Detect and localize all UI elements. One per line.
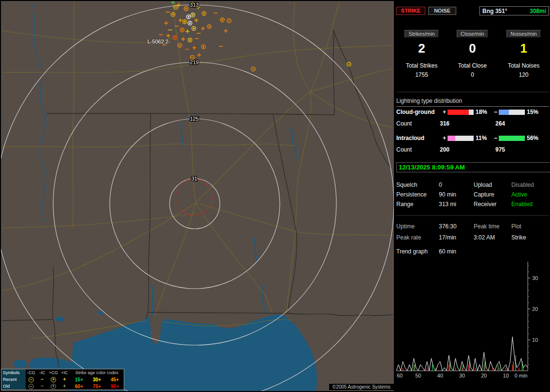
x-tick-label: 20 xyxy=(481,373,487,378)
intracloud-count-row: Count 200 975 xyxy=(396,146,549,154)
intracloud-label: Intracloud xyxy=(396,135,424,141)
total-strikes-label: Total Strikes xyxy=(396,62,447,69)
y-tick-label: 30 xyxy=(532,275,538,281)
legend-recent-row: Recent − − + + 15+ 30+ 45+ xyxy=(1,376,124,383)
age-75: 75+ xyxy=(88,384,106,389)
upload-label: Upload xyxy=(474,182,492,188)
close-per-min-value: 0 xyxy=(447,42,498,55)
legend-old-label: Old xyxy=(1,383,26,390)
age-90: 90+ xyxy=(106,384,124,389)
x-tick-label: 40 xyxy=(437,373,443,378)
squelch-label: Squelch xyxy=(396,182,417,188)
age-30: 30+ xyxy=(88,377,106,382)
total-noises-value: 120 xyxy=(498,71,549,78)
y-tick-label: 20 xyxy=(532,306,538,312)
noise-button[interactable]: NOISE xyxy=(428,7,456,15)
total-close-label: Total Close xyxy=(447,62,498,69)
station-label: L-5062 2- xyxy=(147,39,170,44)
capture-value: Active xyxy=(511,191,527,198)
cg-minus-bar xyxy=(499,110,525,115)
uptime-value: 376:30 xyxy=(439,223,457,230)
status-row-1: Uptime 376:30 Peak time Plot xyxy=(396,223,549,232)
plus-icon: + xyxy=(63,383,66,389)
cg-plus-percent: 18% xyxy=(476,109,487,115)
x-tick-label: 0 min xyxy=(515,373,528,378)
divider xyxy=(396,92,549,92)
peak-rate-value: 17/min xyxy=(439,234,456,241)
bearing-value: Bng 351° xyxy=(482,8,507,14)
plot-label: Plot xyxy=(511,223,521,230)
ic-plus-percent: 11% xyxy=(476,135,487,141)
cg-plus-bar xyxy=(448,110,474,115)
cg-plus-count: 316 xyxy=(440,120,449,127)
total-close-value: 0 xyxy=(447,71,498,78)
copyright: ©2005 Astrogenic Systems xyxy=(329,384,394,390)
minus-sign: − xyxy=(494,135,497,141)
datetime-display: 12/13/2025 8:09:59 AM xyxy=(396,162,550,172)
x-tick-label: 60 xyxy=(397,373,403,378)
ic-minus-bar xyxy=(499,136,525,141)
capture-label: Capture xyxy=(474,191,494,198)
strikes-per-min-value: 2 xyxy=(396,42,447,55)
status-row-2: Peak rate 17/min 3:02 AM Strike xyxy=(396,234,549,243)
intracloud-row: Intracloud + 11% − 56% xyxy=(396,135,549,142)
settings-row-2: Persistence 90 min Capture Active xyxy=(396,191,549,200)
ic-minus-count: 975 xyxy=(495,146,505,153)
radar-map[interactable]: 31321912531 L-5062 2- Symbols -CG -IC +C… xyxy=(1,1,394,391)
cloud-ground-row: Cloud-ground + 18% − 15% xyxy=(396,109,549,116)
plus-icon: + xyxy=(63,377,66,382)
persistence-label: Persistence xyxy=(396,191,427,198)
noises-per-min-value: 1 xyxy=(498,42,549,55)
legend-col-ncg: -CG xyxy=(26,370,37,375)
circle-plus-icon: + xyxy=(51,384,56,389)
circle-plus-icon: + xyxy=(51,377,56,382)
legend-header-row: Symbols -CG -IC +CG +IC Strike age color… xyxy=(1,369,124,376)
cloud-ground-count-row: Count 316 264 xyxy=(396,120,549,128)
legend-col-nic: -IC xyxy=(37,370,48,375)
ic-plus-count: 200 xyxy=(440,146,449,153)
strikes-per-min-chip[interactable]: Strikes/min xyxy=(396,30,447,38)
range-ring-label: 31 xyxy=(191,176,197,182)
minus-sign: − xyxy=(494,109,497,115)
peak-rate-label: Peak rate xyxy=(396,234,421,241)
legend-col-pic: +IC xyxy=(59,370,70,375)
distribution-title: Lightning type distribution xyxy=(396,98,549,107)
legend-symbols-header: Symbols xyxy=(1,369,26,376)
circle-minus-icon: − xyxy=(29,384,34,389)
range-label: Range xyxy=(396,201,413,208)
cg-minus-percent: 15% xyxy=(527,109,538,115)
trend-window-value: 60 min xyxy=(439,248,456,255)
map-legend: Symbols -CG -IC +CG +IC Strike age color… xyxy=(1,369,124,390)
range-ring-label: 125 xyxy=(190,116,199,122)
age-15: 15+ xyxy=(70,377,88,382)
range-ring-label: 313 xyxy=(190,2,199,8)
strike-button[interactable]: STRIKE xyxy=(396,7,425,15)
divider xyxy=(396,215,549,216)
total-noises-label: Total Noises xyxy=(498,62,549,69)
range-ring-label: 219 xyxy=(190,59,199,65)
close-per-min-chip[interactable]: Close/min xyxy=(447,30,498,38)
total-strikes-value: 1755 xyxy=(396,71,447,78)
trend-graph: 1020306050403020100 min xyxy=(396,258,549,382)
plus-sign: + xyxy=(443,135,446,141)
noises-per-min-chip[interactable]: Noises/min xyxy=(498,30,549,38)
trend-graph-label: Trend graph xyxy=(396,248,428,255)
bearing-distance: 308mi xyxy=(530,8,546,14)
ic-plus-bar xyxy=(448,136,474,141)
strike-rate-line xyxy=(396,337,528,371)
map-canvas[interactable]: 31321912531 xyxy=(1,1,394,391)
minus-icon: − xyxy=(41,377,44,382)
x-tick-label: 50 xyxy=(415,373,421,378)
bearing-box: Bng 351° 308mi xyxy=(479,6,549,15)
x-tick-label: 30 xyxy=(459,373,465,378)
legend-age-header: Strike age color codes xyxy=(70,370,124,375)
minus-icon: − xyxy=(41,383,44,389)
upload-value: Disabled xyxy=(511,182,534,188)
ic-minus-percent: 56% xyxy=(527,135,538,141)
plot-value: Strike xyxy=(511,234,526,241)
uptime-label: Uptime xyxy=(396,223,415,230)
legend-old-row: Old − − + + 60+ 75+ 90+ xyxy=(1,383,124,390)
count-label: Count xyxy=(396,146,412,153)
count-label: Count xyxy=(396,120,412,127)
legend-recent-label: Recent xyxy=(1,376,26,383)
